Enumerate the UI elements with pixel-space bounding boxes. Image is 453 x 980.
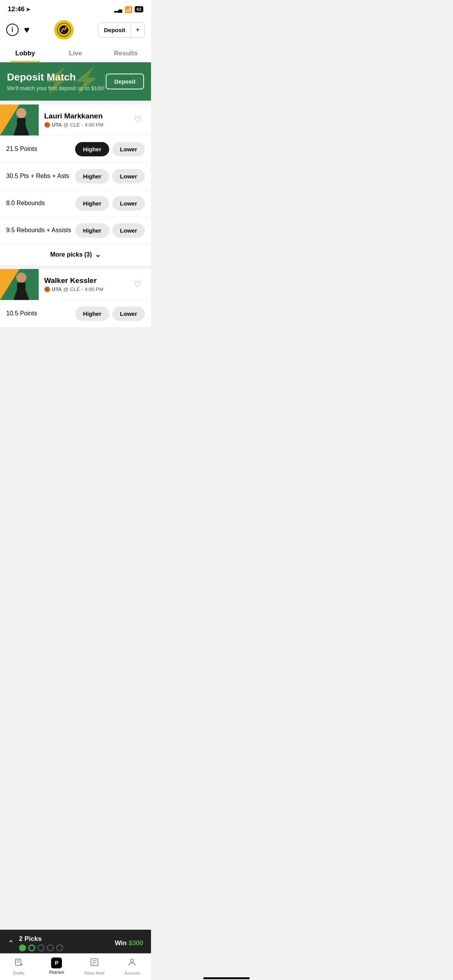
basketball-icon-2: 🏀 xyxy=(44,286,50,292)
more-picks-label: More picks (3) xyxy=(50,251,92,258)
svg-point-9 xyxy=(16,272,26,283)
player-card-kessler: Walker Kessler 🏀 UTA @ CLE - 4:00 PM ♡ 1… xyxy=(0,269,151,327)
favorite-button-lauri[interactable]: ♡ xyxy=(131,112,145,128)
pick-label-reb-ast: 9.5 Rebounds + Assists xyxy=(6,227,71,234)
player-header-kessler: Walker Kessler 🏀 UTA @ CLE - 4:00 PM ♡ xyxy=(0,269,151,300)
banner-subtitle: We'll match your first deposit up to $10… xyxy=(7,85,105,91)
pick-buttons-rebounds: Higher Lower xyxy=(75,196,145,211)
higher-button-pra[interactable]: Higher xyxy=(75,169,109,183)
pick-row-kessler-points: 10.5 Points Higher Lower xyxy=(0,300,151,327)
tab-live[interactable]: Live xyxy=(50,44,101,62)
player-card-lauri: Lauri Markkanen 🏀 UTA @ CLE - 4:00 PM ♡ … xyxy=(0,105,151,265)
tab-lobby[interactable]: Lobby xyxy=(0,44,50,62)
info-button[interactable]: i xyxy=(6,24,19,36)
svg-rect-6 xyxy=(17,118,26,129)
pick-row-rebounds: 8.0 Rebounds Higher Lower xyxy=(0,190,151,217)
banner-text: Deposit Match We'll match your first dep… xyxy=(7,72,105,91)
top-nav: i ♥ Deposit + xyxy=(0,16,151,44)
deposit-button-group[interactable]: Deposit + xyxy=(98,22,145,38)
banner-deposit-button[interactable]: Deposit xyxy=(106,74,144,89)
battery-icon: 63 xyxy=(135,6,143,12)
pick-label-pra: 30.5 Pts + Rebs + Asts xyxy=(6,173,69,180)
deposit-plus-button[interactable]: + xyxy=(130,23,144,37)
status-time: 12:46 ➤ xyxy=(8,5,30,13)
lower-button-points[interactable]: Lower xyxy=(112,142,145,156)
time-display: 12:46 xyxy=(8,5,24,13)
lower-button-kessler-points[interactable]: Lower xyxy=(112,307,145,321)
pick-row-reb-ast: 9.5 Rebounds + Assists Higher Lower xyxy=(0,217,151,244)
chevron-down-icon: ⌄ xyxy=(95,250,101,259)
wifi-icon: 📶 xyxy=(125,6,132,13)
app-logo xyxy=(54,20,74,39)
deposit-match-banner: Deposit Match We'll match your first dep… xyxy=(0,62,151,101)
favorite-button-kessler[interactable]: ♡ xyxy=(131,276,145,293)
more-picks-button[interactable]: More picks (3) ⌄ xyxy=(0,244,151,265)
player-image-kessler xyxy=(0,269,39,300)
lower-button-reb-ast[interactable]: Lower xyxy=(112,223,145,238)
svg-rect-10 xyxy=(17,283,26,293)
basketball-icon: 🏀 xyxy=(44,122,50,128)
deposit-button[interactable]: Deposit xyxy=(98,23,130,37)
higher-button-kessler-points[interactable]: Higher xyxy=(75,307,109,321)
player-meta-lauri: 🏀 UTA @ CLE - 4:00 PM xyxy=(44,122,131,128)
favorites-button[interactable]: ♥ xyxy=(24,24,29,35)
lower-button-pra[interactable]: Lower xyxy=(112,169,145,183)
player-info-kessler: Walker Kessler 🏀 UTA @ CLE - 4:00 PM xyxy=(39,272,131,297)
higher-button-rebounds[interactable]: Higher xyxy=(75,196,109,211)
pick-row-pra: 30.5 Pts + Rebs + Asts Higher Lower xyxy=(0,163,151,190)
tab-bar: Lobby Live Results xyxy=(0,44,151,62)
player-name-kessler: Walker Kessler xyxy=(44,276,131,285)
pick-buttons-reb-ast: Higher Lower xyxy=(75,223,145,238)
player-meta-kessler: 🏀 UTA @ CLE - 4:00 PM xyxy=(44,286,131,292)
pick-row-points: 21.5 Points Higher Lower xyxy=(0,135,151,163)
signal-icon: ▂▄ xyxy=(114,6,122,12)
pick-buttons-points: Higher Lower xyxy=(75,142,145,156)
lower-button-rebounds[interactable]: Lower xyxy=(112,196,145,211)
player-info-lauri: Lauri Markkanen 🏀 UTA @ CLE - 4:00 PM xyxy=(39,107,131,132)
pick-label-kessler-points: 10.5 Points xyxy=(6,310,37,317)
pick-label-rebounds: 8.0 Rebounds xyxy=(6,200,45,207)
banner-title: Deposit Match xyxy=(7,72,105,83)
pick-buttons-kessler-points: Higher Lower xyxy=(75,307,145,321)
player-image-lauri xyxy=(0,105,39,135)
pick-buttons-pra: Higher Lower xyxy=(75,169,145,183)
svg-point-2 xyxy=(65,26,67,28)
content-area: Deposit Match We'll match your first dep… xyxy=(0,62,151,381)
status-bar: 12:46 ➤ ▂▄ 📶 63 xyxy=(0,0,151,16)
tab-results[interactable]: Results xyxy=(101,44,151,62)
higher-button-reb-ast[interactable]: Higher xyxy=(75,223,109,238)
player-header-lauri: Lauri Markkanen 🏀 UTA @ CLE - 4:00 PM ♡ xyxy=(0,105,151,135)
higher-button-points[interactable]: Higher xyxy=(75,142,109,156)
svg-point-5 xyxy=(16,108,26,118)
player-name-lauri: Lauri Markkanen xyxy=(44,112,131,120)
location-arrow-icon: ➤ xyxy=(26,7,30,12)
status-icons: ▂▄ 📶 63 xyxy=(114,6,143,13)
pick-label-points: 21.5 Points xyxy=(6,146,37,152)
svg-point-1 xyxy=(59,25,68,34)
top-nav-left: i ♥ xyxy=(6,24,29,36)
